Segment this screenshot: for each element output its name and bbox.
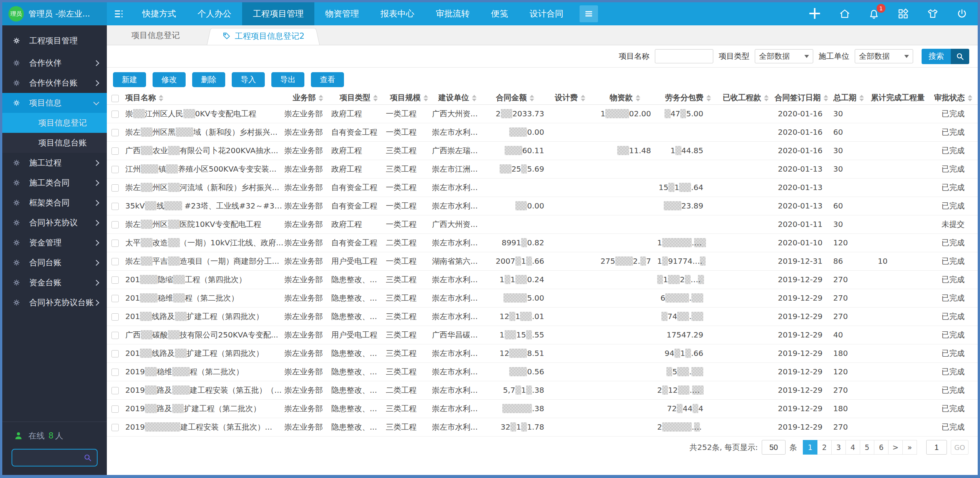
- tab-project-info-register-2[interactable]: 工程项目信息登记2: [207, 27, 320, 45]
- page-button[interactable]: 4: [845, 440, 860, 455]
- sort-icon[interactable]: [859, 95, 864, 101]
- toolbar-button[interactable]: 导出: [271, 72, 304, 87]
- sidebar-item[interactable]: 合同补充协议台账: [2, 293, 107, 313]
- table-row[interactable]: 太平▓▓改造▓▓（一期）10kV江北线、政府...崇左业务部自有资金工程二类工程…: [107, 233, 978, 252]
- column-header[interactable]: 总工期: [830, 91, 867, 104]
- page-size-input[interactable]: [762, 440, 786, 455]
- goto-page-input[interactable]: [926, 440, 947, 455]
- column-header[interactable]: 累计完成工程量: [867, 91, 929, 104]
- row-checkbox[interactable]: [111, 424, 119, 431]
- row-checkbox[interactable]: [111, 387, 119, 394]
- sort-icon[interactable]: [159, 95, 163, 101]
- table-row[interactable]: 崇▓▓江州区人民▓▓0KV专变配电工程崇左业务部政府工程一类工程广西大州资...…: [107, 104, 978, 123]
- sort-icon[interactable]: [581, 95, 585, 101]
- table-row[interactable]: 2019▓▓路及▓▓▓建工程安装（第五批）（...崇左业务部隐患整改、...二类…: [107, 381, 978, 399]
- top-menu-item[interactable]: 物资管理: [314, 2, 370, 25]
- sidebar-item[interactable]: 项目信息: [2, 93, 107, 113]
- row-checkbox[interactable]: [111, 184, 119, 192]
- column-header[interactable]: 合同签订日期: [772, 91, 830, 104]
- add-icon[interactable]: +: [807, 6, 822, 20]
- sidebar-item[interactable]: 框架类合同: [2, 193, 107, 213]
- sort-icon[interactable]: [424, 95, 428, 101]
- table-row[interactable]: 2019▓▓路及▓▓扩建工程（第二批次）崇左业务部隐患整改、...三类工程崇左市…: [107, 399, 978, 418]
- column-header[interactable]: 项目名称: [123, 91, 284, 104]
- table-row[interactable]: 广西▓▓农业▓▓有限公司卜花200KVA抽水...崇左业务部政府工程三类工程广西…: [107, 141, 978, 160]
- sort-icon[interactable]: [319, 95, 323, 101]
- table-row[interactable]: 2019▓▓稳维▓▓▓程（第二批次）崇左业务部隐患整改、...三类工程崇左市水利…: [107, 362, 978, 381]
- top-menu-item[interactable]: 审批流转: [425, 2, 480, 25]
- sidebar-item[interactable]: 施工过程: [2, 153, 107, 173]
- last-page-button[interactable]: »: [902, 440, 917, 455]
- project-type-select[interactable]: 全部数据: [755, 49, 813, 63]
- top-menu-item[interactable]: 便笺: [480, 2, 519, 25]
- top-menu-item[interactable]: 个人办公: [187, 2, 242, 25]
- row-checkbox[interactable]: [111, 258, 119, 265]
- table-row[interactable]: 201▓▓线路及▓▓扩建工程（第四批次）崇左业务部隐患整改、...三类工程崇左市…: [107, 344, 978, 362]
- top-menu-item[interactable]: 设计合同: [519, 2, 574, 25]
- theme-shirt-icon[interactable]: [926, 7, 939, 20]
- sidebar-subitem[interactable]: 项目信息登记: [2, 113, 107, 133]
- row-checkbox[interactable]: [111, 111, 119, 118]
- sidebar-item[interactable]: 资金管理: [2, 233, 107, 253]
- table-row[interactable]: 201▓▓线路及▓▓扩建工程（第四批次）崇左业务部隐患整改、...三类工程崇左市…: [107, 307, 978, 326]
- page-button[interactable]: 5: [860, 440, 874, 455]
- sort-icon[interactable]: [824, 95, 828, 101]
- next-page-button[interactable]: >: [888, 440, 903, 455]
- apps-grid-icon[interactable]: [897, 8, 909, 20]
- project-name-input[interactable]: [655, 49, 713, 63]
- table-row[interactable]: 江州▓▓▓镇▓▓养殖小区500KVA专变安装...崇左业务部政府工程三类工程崇左…: [107, 160, 978, 178]
- table-row[interactable]: 崇左▓▓州区黑▓▓▓域（新和段）乡村振兴...崇左业务部自有资金工程一类工程崇左…: [107, 123, 978, 141]
- page-button[interactable]: 6: [874, 440, 889, 455]
- sort-icon[interactable]: [968, 95, 972, 101]
- sort-icon[interactable]: [706, 95, 711, 101]
- row-checkbox[interactable]: [111, 166, 119, 173]
- column-header[interactable]: 物资款: [593, 91, 657, 104]
- column-header[interactable]: 项目规模: [386, 91, 432, 104]
- row-checkbox[interactable]: [111, 405, 119, 413]
- search-button[interactable]: 搜索: [922, 49, 969, 64]
- row-checkbox[interactable]: [111, 221, 119, 228]
- column-header[interactable]: 劳务分包费: [657, 91, 719, 104]
- sort-icon[interactable]: [472, 95, 477, 101]
- go-button[interactable]: GO: [951, 440, 968, 455]
- column-header[interactable]: 已收工程款: [719, 91, 772, 104]
- sort-icon[interactable]: [373, 95, 378, 101]
- table-row[interactable]: 崇左▓▓平吉▓▓造项目（一期）商建部分工...崇左业务部用户受电工程一类工程湖南…: [107, 252, 978, 270]
- sidebar-item[interactable]: 施工类合同: [2, 173, 107, 193]
- sidebar-item[interactable]: 合作伙伴台账: [2, 73, 107, 93]
- column-header[interactable]: 业务部: [284, 91, 331, 104]
- row-checkbox[interactable]: [111, 332, 119, 339]
- search-icon[interactable]: [83, 453, 92, 462]
- top-menu-item[interactable]: 报表中心: [370, 2, 425, 25]
- column-header[interactable]: 合同金额: [483, 91, 547, 104]
- table-row[interactable]: 201▓▓▓稳维▓▓程（第二批次）崇左业务部隐患整改、...三类工程崇左市水利.…: [107, 289, 978, 307]
- toolbar-button[interactable]: 导入: [232, 72, 265, 87]
- sidebar-item[interactable]: 资金台账: [2, 273, 107, 293]
- sidebar-search-input[interactable]: [17, 453, 83, 462]
- table-row[interactable]: 崇左▓▓州区▓▓河流域（新和段）乡村振兴...崇左业务部自有资金工程一类工程崇左…: [107, 178, 978, 197]
- sidebar-item[interactable]: 合同补充协议: [2, 213, 107, 233]
- row-checkbox[interactable]: [111, 276, 119, 284]
- page-button[interactable]: 2: [817, 440, 832, 455]
- page-button[interactable]: 3: [831, 440, 846, 455]
- sidebar-subitem[interactable]: 项目信息台账: [2, 133, 107, 153]
- hamburger-icon[interactable]: [580, 5, 598, 22]
- column-header[interactable]: 设计费: [547, 91, 593, 104]
- top-menu-item[interactable]: 工程项目管理: [242, 2, 314, 25]
- sort-icon[interactable]: [764, 95, 769, 101]
- column-header[interactable]: 审批状态: [929, 91, 978, 104]
- table-row[interactable]: 广西▓▓碳酸▓▓技有限公司250KVA专变配...崇左业务部用户受电工程三类工程…: [107, 326, 978, 344]
- sort-icon[interactable]: [636, 95, 640, 101]
- page-button[interactable]: 1: [803, 440, 817, 455]
- avatar[interactable]: 理员: [8, 6, 24, 22]
- home-icon[interactable]: [839, 8, 851, 20]
- table-row[interactable]: 201▓▓▓隐缩▓▓工程（第四批次）崇左业务部隐患整改、...三类工程崇左市水利…: [107, 270, 978, 289]
- row-checkbox[interactable]: [111, 313, 119, 321]
- sidebar-item[interactable]: 合作伙伴: [2, 53, 107, 73]
- row-checkbox[interactable]: [111, 147, 119, 155]
- column-header[interactable]: 项目类型: [331, 91, 386, 104]
- select-all-checkbox[interactable]: [111, 95, 119, 102]
- row-checkbox[interactable]: [111, 129, 119, 136]
- table-row[interactable]: 崇左▓▓州区▓▓医院10KV专变配电工程崇左业务部政府工程一类工程广西大州资..…: [107, 215, 978, 233]
- row-checkbox[interactable]: [111, 350, 119, 357]
